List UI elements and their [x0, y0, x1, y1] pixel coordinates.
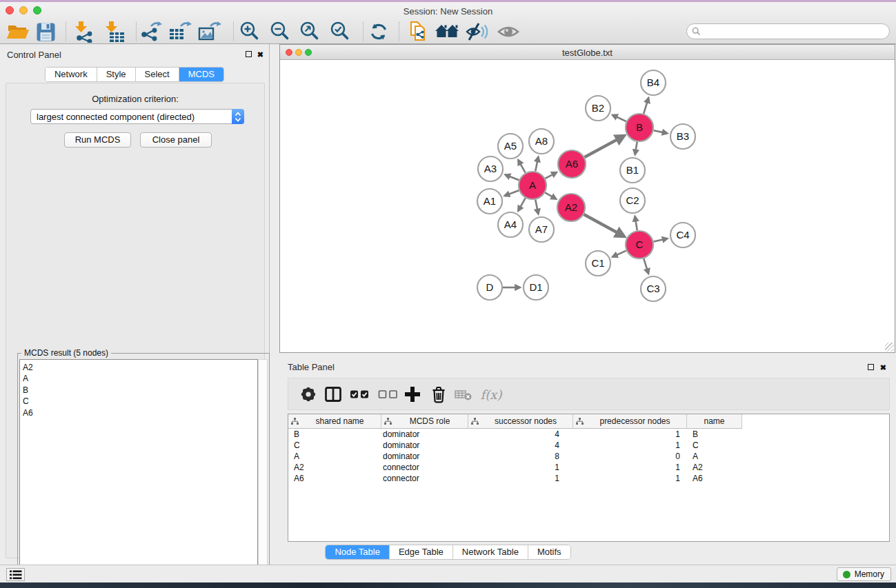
gear-icon — [299, 385, 318, 404]
function-builder-button[interactable]: f(x) — [476, 384, 506, 405]
result-item[interactable]: B — [23, 385, 257, 396]
column-header-shared-name[interactable]: shared name — [288, 414, 381, 429]
optimization-criterion-select[interactable]: largest connected component (directed) — [30, 109, 244, 124]
edge-A-A3[interactable] — [505, 174, 519, 180]
import-table-button[interactable] — [101, 20, 126, 43]
close-panel-button-mcds[interactable]: Close panel — [140, 132, 212, 148]
run-mcds-button[interactable]: Run MCDS — [64, 132, 131, 148]
cell-mcds_role: dominator — [381, 440, 468, 451]
tab-style[interactable]: Style — [97, 68, 135, 81]
edge-A-A7[interactable] — [535, 200, 538, 214]
add-column-button[interactable] — [401, 384, 424, 405]
search-input[interactable] — [704, 27, 889, 37]
tab-node-table[interactable]: Node Table — [326, 545, 389, 559]
table-row[interactable]: Adominator80A — [288, 451, 889, 462]
network-canvas[interactable]: B4B2BB3A8A5A6A3B1AC2A1A2A4A7C4CC1DD1C3 — [280, 60, 895, 352]
result-item[interactable]: A — [23, 373, 257, 384]
edge-C-C2[interactable] — [635, 216, 637, 231]
table-close-button[interactable]: ✖ — [880, 363, 886, 372]
export-table-button[interactable] — [168, 20, 192, 43]
edge-A-A5[interactable] — [518, 160, 525, 173]
delete-table-button[interactable] — [452, 384, 475, 405]
optimization-criterion-label: Optimization criterion: — [6, 94, 264, 104]
deselect-all-button[interactable] — [377, 384, 400, 405]
node-label-B2: B2 — [592, 102, 604, 114]
node-label-A2: A2 — [565, 201, 577, 213]
table-row[interactable]: A6connector11A6 — [288, 473, 889, 484]
import-network-button[interactable] — [71, 20, 96, 43]
task-history-button[interactable] — [6, 568, 25, 581]
toolbar-separator — [136, 22, 137, 41]
edge-C-C4[interactable] — [653, 239, 667, 241]
tab-motifs[interactable]: Motifs — [528, 545, 570, 559]
home-button[interactable] — [435, 20, 459, 43]
zoom-out-button[interactable] — [268, 20, 292, 43]
float-panel-button[interactable] — [246, 50, 252, 59]
zoom-fit-button[interactable] — [297, 20, 322, 43]
node-label-A4: A4 — [504, 219, 517, 230]
toolbar-separator — [233, 22, 234, 41]
table-toolbar: f(x) — [288, 378, 890, 410]
desktop-edge — [0, 582, 896, 588]
memory-button[interactable]: Memory — [837, 567, 891, 581]
edge-A2-C[interactable] — [584, 214, 624, 236]
save-session-button[interactable] — [33, 20, 58, 43]
column-header-name[interactable]: name — [687, 414, 742, 429]
edge-A6-B[interactable] — [584, 136, 624, 157]
refresh-network-button[interactable] — [366, 20, 391, 43]
open-session-button[interactable] — [6, 20, 30, 43]
tab-network[interactable]: Network — [46, 68, 97, 81]
control-panel: Control Panel ✖ NetworkStyleSelectMCDS O… — [0, 44, 270, 565]
table-body: Bdominator41BCdominator41CAdominator80AA… — [288, 429, 889, 484]
table-options-button[interactable] — [297, 384, 320, 405]
column-header-predecessor-nodes[interactable]: predecessor nodes — [573, 414, 687, 429]
edge-A-A4[interactable] — [518, 198, 525, 211]
close-panel-button[interactable]: ✖ — [257, 50, 263, 59]
column-manager-button[interactable] — [321, 384, 345, 405]
edge-C-C3[interactable] — [644, 258, 648, 274]
node-label-B: B — [636, 121, 643, 133]
edge-B-B2[interactable] — [613, 115, 626, 121]
tab-select[interactable]: Select — [135, 68, 179, 81]
edge-B-B1[interactable] — [635, 142, 637, 155]
select-all-button[interactable] — [348, 384, 372, 405]
hide-graphics-details-button[interactable] — [465, 20, 490, 43]
table-row[interactable]: Cdominator41C — [288, 440, 889, 451]
export-image-button[interactable] — [197, 20, 222, 43]
node-label-A3: A3 — [484, 163, 497, 174]
edge-B-B4[interactable] — [644, 98, 648, 114]
tab-mcds[interactable]: MCDS — [179, 68, 223, 81]
clone-network-button[interactable] — [406, 20, 430, 43]
zoom-in-button[interactable] — [237, 20, 262, 43]
tab-network-table[interactable]: Network Table — [452, 545, 528, 559]
tab-edge-table[interactable]: Edge Table — [389, 545, 452, 559]
result-item[interactable]: A2 — [23, 362, 257, 373]
zoom-selected-button[interactable] — [328, 20, 352, 43]
table-float-button[interactable] — [868, 363, 874, 372]
result-item[interactable]: A6 — [23, 407, 257, 418]
edge-A-A2[interactable] — [545, 192, 556, 199]
search-field[interactable] — [686, 23, 890, 39]
export-network-button[interactable] — [139, 20, 163, 43]
column-header-successor-nodes[interactable]: successor nodes — [468, 414, 573, 429]
table-panel-title: Table Panel — [288, 362, 335, 372]
edge-B-B3[interactable] — [654, 130, 668, 133]
delete-column-button[interactable] — [427, 384, 450, 405]
shared-column-icon — [384, 418, 392, 425]
zoom-selected-icon — [328, 20, 352, 43]
network-window-title: testGlobe.txt — [280, 48, 895, 58]
edge-C-C1[interactable] — [613, 251, 626, 257]
column-header-mcds-role[interactable]: MCDS role — [381, 414, 468, 429]
edge-A-A6[interactable] — [545, 172, 557, 179]
node-label-C4: C4 — [676, 229, 689, 241]
cell-shared_name: A — [288, 451, 381, 462]
edge-A-A8[interactable] — [535, 157, 538, 172]
show-graphics-details-button[interactable] — [496, 20, 521, 43]
network-graph: B4B2BB3A8A5A6A3B1AC2A1A2A4A7C4CC1DD1C3 — [280, 60, 895, 352]
table-row[interactable]: Bdominator41B — [288, 429, 889, 440]
network-window-titlebar[interactable]: testGlobe.txt — [280, 45, 895, 60]
result-item[interactable]: C — [23, 396, 257, 407]
edge-A-A1[interactable] — [505, 190, 519, 196]
table-row[interactable]: A2connector11A2 — [288, 462, 889, 473]
window-resize-grip[interactable] — [885, 343, 894, 352]
